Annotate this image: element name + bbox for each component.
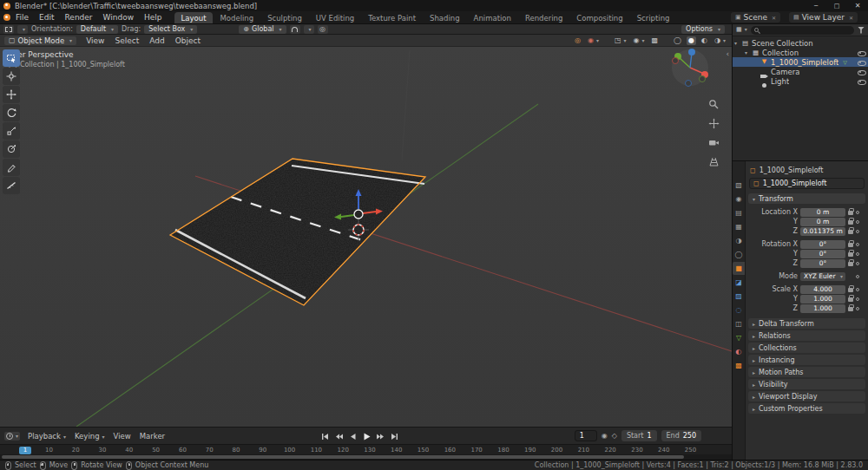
animate-dot-icon[interactable]	[856, 275, 859, 278]
animate-dot-icon[interactable]	[856, 211, 859, 214]
workspace-tab[interactable]: Rendering	[518, 12, 569, 23]
section-header[interactable]: Instancing	[748, 355, 865, 365]
properties-tab-material[interactable]: ◐	[733, 345, 745, 358]
pivot-point-icon[interactable]: ◉	[586, 36, 601, 45]
blender-menu-icon[interactable]	[3, 14, 10, 21]
play-reverse-button[interactable]	[347, 431, 358, 442]
filter-icon[interactable]	[858, 27, 865, 34]
menu-item[interactable]: Window	[98, 13, 140, 22]
viewport-menu-item[interactable]: Add	[145, 36, 168, 45]
properties-tab-physics[interactable]: ◌	[733, 304, 745, 317]
properties-tab-world[interactable]: ◯	[733, 248, 745, 261]
value-field[interactable]: 0 m	[800, 218, 845, 226]
workspace-tab[interactable]: Texture Paint	[361, 12, 423, 23]
proportional-editing-icon[interactable]: ◎	[318, 25, 328, 34]
shading-rendered-icon[interactable]: ◑	[713, 36, 727, 45]
keying-set-icon[interactable]: ◇	[612, 432, 617, 440]
workspace-tab[interactable]: Scripting	[630, 12, 677, 23]
viewport-menu-item[interactable]: Select	[110, 36, 143, 45]
section-header[interactable]: Viewport Display	[748, 391, 865, 401]
shading-material-icon[interactable]: ◐	[700, 36, 709, 45]
value-field[interactable]: 4.000	[800, 285, 845, 294]
properties-tab-modifiers[interactable]: ◪	[733, 276, 745, 289]
viewport-menu-item[interactable]: View	[82, 36, 108, 45]
value-field[interactable]: 0°	[800, 240, 845, 249]
object-name-field[interactable]: ◻ 1_1000_Simpleloft	[749, 178, 865, 189]
current-frame-field[interactable]: 1	[575, 430, 597, 441]
menu-item[interactable]: Help	[139, 13, 168, 22]
visibility-eye-icon[interactable]	[857, 49, 865, 56]
drag-dropdown[interactable]: Select Box	[144, 25, 197, 34]
timeline-menu-item[interactable]: Playback	[28, 432, 66, 441]
maximize-button[interactable]: □	[826, 0, 847, 11]
outliner-row[interactable]: Camera	[733, 67, 868, 76]
outliner-search-input[interactable]	[751, 26, 854, 35]
next-keyframe-button[interactable]	[375, 431, 386, 442]
value-field[interactable]: 1.000	[800, 295, 845, 304]
visibility-eye-icon[interactable]	[857, 58, 865, 66]
orientation-dropdown[interactable]: Default	[76, 25, 118, 34]
tool-cursor[interactable]	[3, 68, 20, 85]
section-header[interactable]: Delta Transform	[748, 318, 865, 329]
snap-magnet-icon[interactable]	[290, 25, 300, 34]
workspace-tab[interactable]: Modeling	[213, 12, 260, 23]
tool-measure[interactable]	[3, 177, 20, 194]
nav-gizmo[interactable]	[672, 49, 708, 87]
breadcrumb-object-name[interactable]: 1_1000_Simpleloft	[760, 166, 824, 174]
menu-item[interactable]: Edit	[34, 13, 59, 22]
workspace-tab[interactable]: Layout	[174, 12, 214, 23]
properties-tab-scene[interactable]: ◑	[733, 234, 745, 247]
prev-keyframe-button[interactable]	[333, 431, 345, 442]
outliner-item-label[interactable]: Light	[771, 77, 789, 86]
outliner-row[interactable]: ▦ Collection	[733, 48, 868, 57]
jump-to-end-button[interactable]	[389, 431, 400, 442]
outliner-item-label[interactable]: Collection	[762, 49, 799, 57]
viewport-menu-item[interactable]: Object	[171, 36, 205, 45]
workspace-tab[interactable]: Compositing	[569, 12, 629, 23]
tool-transform[interactable]	[3, 140, 20, 158]
outliner-display-mode-icon[interactable]: ▦	[736, 27, 747, 33]
sidebar-toggle-icon[interactable]: ‹	[726, 49, 729, 58]
timeline-menu-item[interactable]: Keying	[75, 432, 105, 441]
value-field[interactable]: 0 m	[800, 208, 845, 217]
properties-tab-object[interactable]: ■	[733, 262, 745, 275]
section-header[interactable]: Custom Properties	[748, 403, 865, 414]
timeline-ruler[interactable]: 1020304050607080901001101201301401501601…	[0, 444, 732, 454]
properties-tab-tool[interactable]: ▧	[733, 179, 745, 192]
lock-icon[interactable]	[848, 262, 853, 266]
section-header[interactable]: Visibility	[748, 379, 865, 389]
outliner-item-label[interactable]: Scene Collection	[752, 39, 813, 48]
show-overlays-icon[interactable]: ◉	[632, 36, 647, 45]
timeline-menu-item[interactable]: View	[114, 432, 131, 441]
outliner-item-label[interactable]: 1_1000_Simpleloft	[771, 58, 838, 67]
value-field[interactable]: 0.011375 m	[800, 227, 845, 236]
start-frame-field[interactable]: Start1	[621, 430, 657, 441]
lock-icon[interactable]	[848, 252, 853, 257]
scene-selector[interactable]: ▣ Scene ✕	[731, 12, 780, 23]
section-header[interactable]: Motion Paths	[748, 367, 865, 377]
value-field[interactable]: 0°	[800, 259, 845, 268]
value-field[interactable]: 0°	[800, 250, 845, 258]
animate-dot-icon[interactable]	[856, 297, 859, 301]
properties-tab-constraints[interactable]: ◫	[733, 317, 745, 330]
disclosure-icon[interactable]	[743, 49, 749, 55]
transform-panel-header[interactable]: Transform	[748, 193, 865, 204]
workspace-tab[interactable]: UV Editing	[309, 12, 361, 23]
show-gizmo-icon[interactable]: ◳	[613, 36, 628, 45]
pan-icon[interactable]	[708, 118, 720, 129]
animate-dot-icon[interactable]	[856, 230, 859, 233]
tool-fallback-dropdown[interactable]	[17, 25, 28, 34]
timeline-menu-item[interactable]: Marker	[140, 432, 165, 441]
properties-tab-render[interactable]: ◉	[733, 193, 745, 206]
shading-wireframe-icon[interactable]: ◯	[672, 36, 683, 45]
lock-icon[interactable]	[848, 230, 853, 234]
scrollbar-thumb[interactable]	[2, 455, 684, 459]
workspace-tab[interactable]: Sculpting	[260, 12, 309, 23]
play-button[interactable]	[361, 431, 372, 442]
active-tool-icon[interactable]	[3, 25, 14, 34]
tool-annotate[interactable]	[3, 159, 20, 176]
visibility-eye-icon[interactable]	[857, 68, 865, 75]
lock-icon[interactable]	[848, 220, 853, 225]
proportional-falloff-icon[interactable]: ◎	[573, 36, 582, 45]
value-field[interactable]: 1.000	[800, 304, 845, 313]
